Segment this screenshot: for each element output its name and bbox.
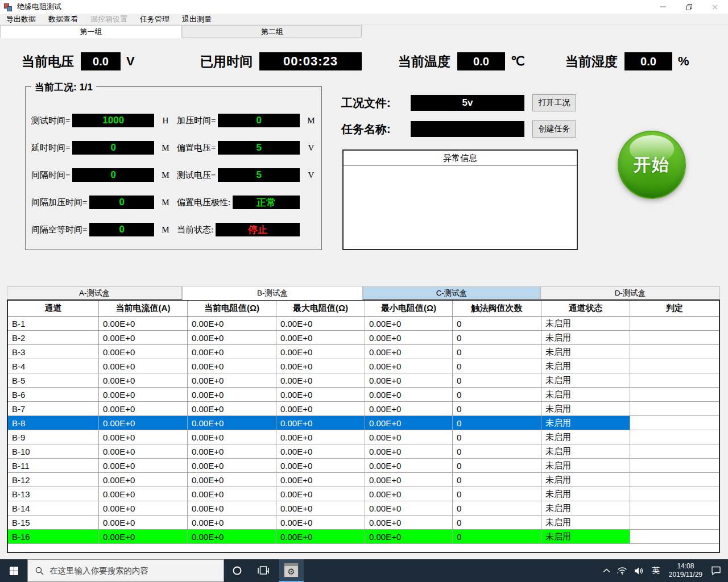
tab-testbox-c[interactable]: C-测试盒 [363, 286, 540, 300]
field-value-display: 0 [72, 168, 154, 182]
field-label: 加压时间= [177, 115, 216, 126]
table-cell: 0 [453, 345, 541, 359]
tab-group-1[interactable]: 第一组 [0, 25, 182, 38]
table-cell: 未启用 [541, 359, 630, 373]
table-row[interactable]: B-100.00E+00.00E+00.00E+00.00E+00未启用 [8, 444, 719, 459]
table-cell: 0.00E+0 [365, 345, 453, 359]
minimize-button[interactable] [650, 0, 676, 14]
task-name-input[interactable] [411, 121, 524, 137]
taskbar-app-insulation-test[interactable]: ⚙ [279, 559, 304, 582]
tray-chevron-button[interactable] [599, 559, 614, 582]
table-cell: 0.00E+0 [276, 345, 365, 359]
table-cell: 0.00E+0 [365, 373, 453, 387]
system-tray: * 英 14:08 2019/11/29 [599, 559, 728, 582]
field-test-voltage: 测试电压= 5 V [177, 168, 318, 182]
table-cell: B-4 [8, 359, 99, 373]
temperature-label: 当前温度 [398, 53, 450, 70]
table-cell: 0.00E+0 [276, 402, 365, 415]
column-header[interactable]: 最小电阻值(Ω) [365, 301, 453, 316]
table-cell: 0.00E+0 [99, 501, 188, 515]
table-cell: 0.00E+0 [276, 416, 365, 430]
table-cell: 未启用 [541, 317, 630, 330]
table-cell: 0.00E+0 [276, 430, 365, 444]
tab-testbox-b[interactable]: B-测试盒 [182, 286, 363, 300]
table-cell: 0.00E+0 [276, 501, 365, 515]
menu-data-view[interactable]: 数据查看 [42, 13, 84, 26]
table-cell [630, 501, 719, 515]
ime-indicator[interactable]: 英 [648, 559, 664, 582]
table-row[interactable]: B-110.00E+00.00E+00.00E+00.00E+00未启用 [8, 459, 719, 473]
column-header[interactable]: 触法阀值次数 [453, 301, 541, 316]
table-cell [630, 359, 719, 373]
table-cell [630, 487, 719, 501]
table-cell: 未启用 [541, 388, 630, 401]
table-cell: B-14 [8, 501, 99, 515]
field-label: 偏置电压= [177, 143, 216, 153]
tab-group-2[interactable]: 第二组 [183, 25, 362, 38]
table-cell [630, 402, 719, 415]
table-row[interactable]: B-120.00E+00.00E+00.00E+00.00E+00未启用 [8, 473, 719, 487]
field-label: 当前状态: [177, 225, 213, 235]
table-cell: 0.00E+0 [276, 373, 365, 387]
tab-testbox-a[interactable]: A-测试盒 [7, 286, 182, 300]
table-cell: 未启用 [541, 501, 630, 515]
task-view-button[interactable] [250, 559, 276, 582]
field-label: 延时时间= [31, 143, 70, 153]
column-header[interactable]: 最大电阻值(Ω) [276, 301, 365, 316]
taskbar-search[interactable] [27, 559, 224, 582]
column-header[interactable]: 当前电阻值(Ω) [188, 301, 276, 316]
clock-time: 14:08 [677, 562, 694, 570]
menu-export-data[interactable]: 导出数据 [0, 13, 42, 26]
column-header[interactable]: 当前电流值(A) [99, 301, 188, 316]
table-cell: 0.00E+0 [99, 345, 188, 359]
action-center-button[interactable] [708, 559, 725, 582]
table-row[interactable]: B-90.00E+00.00E+00.00E+00.00E+00未启用 [8, 430, 719, 444]
table-row[interactable]: B-160.00E+00.00E+00.00E+00.00E+00未启用 [8, 530, 719, 544]
table-row[interactable]: B-60.00E+00.00E+00.00E+00.00E+00未启用 [8, 388, 719, 402]
menu-task-management[interactable]: 任务管理 [134, 13, 176, 26]
field-interval-wait-time: 间隔空等时间= 0 M [31, 222, 172, 237]
table-cell [630, 317, 719, 330]
column-header[interactable]: 通道 [8, 301, 99, 316]
speaker-icon [634, 567, 644, 575]
search-input[interactable] [49, 566, 224, 575]
table-row[interactable]: B-20.00E+00.00E+00.00E+00.00E+00未启用 [8, 331, 719, 345]
voltage-display: 0.0 [81, 52, 121, 70]
app-window: 绝缘电阻测试 ✕ 导出数据 数据查看 温控箱设置 任务管理 退出测量 第一组 第… [0, 0, 728, 582]
table-row[interactable]: B-30.00E+00.00E+00.00E+00.00E+00未启用 [8, 345, 719, 359]
status-display: 停止 [216, 223, 300, 236]
network-button[interactable]: * [614, 559, 631, 582]
table-cell: 0.00E+0 [188, 317, 276, 330]
table-cell: B-13 [8, 487, 99, 501]
close-button[interactable]: ✕ [702, 0, 728, 14]
table-row[interactable]: B-70.00E+00.00E+00.00E+00.00E+00未启用 [8, 402, 719, 416]
column-header[interactable]: 通道状态 [541, 301, 630, 316]
table-cell: 0.00E+0 [99, 402, 188, 415]
table-row[interactable]: B-140.00E+00.00E+00.00E+00.00E+00未启用 [8, 501, 719, 516]
table-row[interactable]: B-50.00E+00.00E+00.00E+00.00E+00未启用 [8, 373, 719, 388]
table-cell: 未启用 [541, 331, 630, 344]
column-header[interactable]: 判定 [630, 301, 719, 316]
table-cell: 未启用 [541, 444, 630, 458]
indicator-elapsed-time: 已用时间 00:03:23 [200, 51, 362, 72]
create-task-button[interactable]: 创建任务 [532, 120, 576, 138]
table-row[interactable]: B-150.00E+00.00E+00.00E+00.00E+00未启用 [8, 516, 719, 530]
clock[interactable]: 14:08 2019/11/29 [664, 559, 708, 582]
tab-testbox-d[interactable]: D-测试盒 [540, 286, 720, 300]
restore-button[interactable] [676, 0, 702, 14]
menu-exit-measure[interactable]: 退出测量 [176, 13, 218, 26]
open-condition-button[interactable]: 打开工况 [532, 94, 576, 111]
table-cell: 未启用 [541, 473, 630, 487]
table-row[interactable]: B-130.00E+00.00E+00.00E+00.00E+00未启用 [8, 487, 719, 501]
cortana-button[interactable] [224, 559, 250, 582]
table-cell: 0.00E+0 [188, 530, 276, 543]
start-button[interactable]: 开始 [618, 131, 686, 199]
table-row[interactable]: B-10.00E+00.00E+00.00E+00.00E+00未启用 [8, 317, 719, 331]
table-row[interactable]: B-40.00E+00.00E+00.00E+00.00E+00未启用 [8, 359, 719, 373]
table-cell [630, 473, 719, 487]
table-cell: 0 [453, 388, 541, 401]
start-menu-button[interactable] [0, 559, 27, 582]
table-cell: 未启用 [541, 345, 630, 359]
table-row[interactable]: B-80.00E+00.00E+00.00E+00.00E+00未启用 [8, 416, 719, 430]
volume-button[interactable] [631, 559, 648, 582]
